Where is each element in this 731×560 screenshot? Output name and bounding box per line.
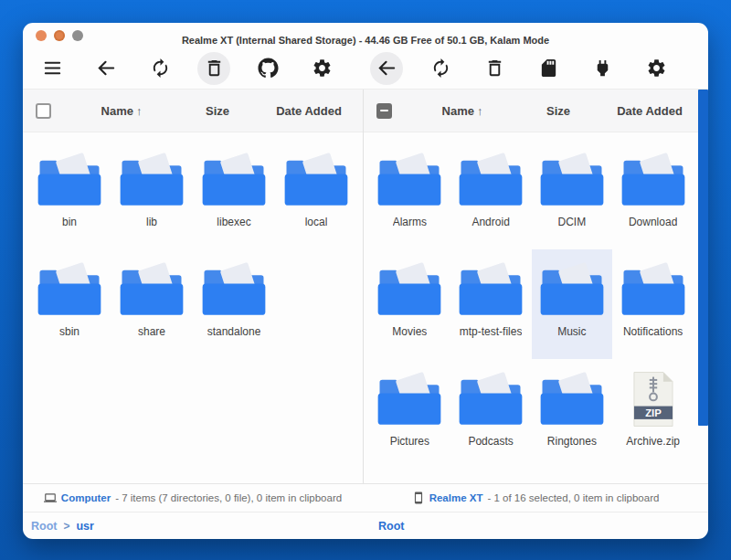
folder-icon [116,260,187,319]
refresh-icon [150,58,171,79]
delete-button[interactable] [197,52,230,85]
github-button[interactable] [251,52,284,85]
folder-item[interactable]: Podcasts [450,359,532,469]
folder-icon [455,370,526,428]
file-name: lib [146,216,157,228]
column-size[interactable]: Size [521,104,596,118]
computer-icon [44,491,57,504]
file-name: local [305,216,328,228]
connect-button[interactable] [586,52,619,85]
menu-button[interactable] [36,52,69,85]
file-name: Ringtones [547,435,597,448]
folder-item[interactable]: Notifications [612,249,694,359]
folder-icon [34,260,105,319]
folder-item[interactable]: lib [111,140,193,249]
file-name: sbin [59,325,79,338]
file-name: Movies [392,325,427,338]
folder-item[interactable]: bin [28,140,111,249]
device-link[interactable]: Realme XT [429,492,483,503]
column-date-added[interactable]: Date Added [255,104,363,118]
folder-item[interactable]: Android [450,140,532,249]
file-name: standalone [207,325,261,338]
back-button[interactable] [90,52,122,85]
file-name: Podcasts [468,435,513,448]
app-window: Realme XT (Internal Shared Storage) - 44… [23,23,708,539]
folder-icon [281,151,352,209]
folder-item[interactable]: Download [612,140,694,249]
column-name[interactable]: Name↑ [404,104,521,118]
back-icon [96,58,117,79]
computer-link[interactable]: Computer [61,492,111,503]
device-refresh-button[interactable] [424,52,457,85]
smartphone-icon [412,491,425,504]
folder-item[interactable]: Pictures [369,359,450,469]
column-size[interactable]: Size [180,104,255,118]
file-panes: Name↑ Size Date Added bin lib libexec [23,90,708,483]
folder-icon [618,260,689,319]
device-pane: Name↑ Size Date Added Alarms Android DCI… [364,90,708,483]
file-name: Notifications [623,325,683,338]
folder-icon [198,151,270,209]
toolbar [23,48,708,90]
local-file-grid: bin lib libexec local sbin share [23,132,363,483]
folder-item[interactable]: Alarms [369,140,450,249]
select-all-checkbox-indeterminate[interactable] [376,103,392,119]
device-delete-button[interactable] [478,52,511,85]
local-breadcrumb: Root>usr [23,520,363,533]
file-name: mtp-test-files [460,325,523,338]
folder-item[interactable]: Movies [369,249,450,359]
file-name: Pictures [390,435,429,448]
device-file-grid: Alarms Android DCIM Download Movies [364,132,708,483]
device-status: Realme XT - 1 of 16 selected, 0 item in … [363,484,708,512]
folder-item[interactable]: DCIM [532,140,613,249]
file-name: libexec [217,216,250,228]
folder-item[interactable]: local [275,140,357,249]
device-list-header: Name↑ Size Date Added [364,90,708,132]
column-name[interactable]: Name↑ [63,104,180,118]
folder-item[interactable]: sbin [28,249,111,359]
breadcrumb-bar: Root>usr Root [23,512,708,539]
minimize-button[interactable] [54,30,65,41]
breadcrumb-separator: > [63,520,69,533]
settings-button[interactable] [305,52,338,85]
breadcrumb-item[interactable]: Root [31,520,57,533]
device-toolbar [363,52,673,85]
vertical-scrollbar[interactable] [698,90,708,426]
storage-button[interactable] [532,52,565,85]
folder-icon [198,260,270,319]
file-name: Music [557,325,586,338]
folder-icon [34,151,105,209]
local-pane: Name↑ Size Date Added bin lib libexec [23,90,363,483]
select-all-checkbox[interactable] [36,103,51,119]
breadcrumb-item[interactable]: Root [378,520,404,533]
trash-icon [484,58,505,79]
zip-file-icon: ZIP [618,370,689,428]
file-name: Archive.zip [626,435,680,448]
folder-icon [618,151,689,209]
column-date-added[interactable]: Date Added [596,104,704,118]
file-name: bin [62,216,77,228]
local-list-header: Name↑ Size Date Added [23,90,363,132]
folder-icon [455,260,526,319]
folder-item[interactable]: standalone [193,249,275,359]
window-title: Realme XT (Internal Shared Storage) - 44… [23,26,708,46]
folder-icon [116,151,187,209]
refresh-button[interactable] [143,52,176,85]
folder-item[interactable]: mtp-test-files [450,249,532,359]
breadcrumb-item[interactable]: usr [76,520,93,533]
maximize-button[interactable] [72,30,83,41]
close-button[interactable] [36,30,47,41]
folder-icon [455,151,526,209]
folder-item[interactable]: libexec [193,140,275,249]
device-settings-button[interactable] [640,52,673,85]
folder-icon [374,370,445,428]
zip-file-item[interactable]: ZIP Archive.zip [612,359,694,469]
svg-text:ZIP: ZIP [645,407,662,418]
sort-arrow: ↑ [136,104,143,118]
local-status-text: - 7 items (7 directories, 0 file), 0 ite… [115,492,342,503]
folder-item[interactable]: share [111,249,193,359]
device-back-button[interactable] [370,52,403,85]
folder-item[interactable]: Ringtones [532,359,613,469]
folder-item[interactable]: Music [532,249,613,359]
sdcard-icon [538,58,559,79]
